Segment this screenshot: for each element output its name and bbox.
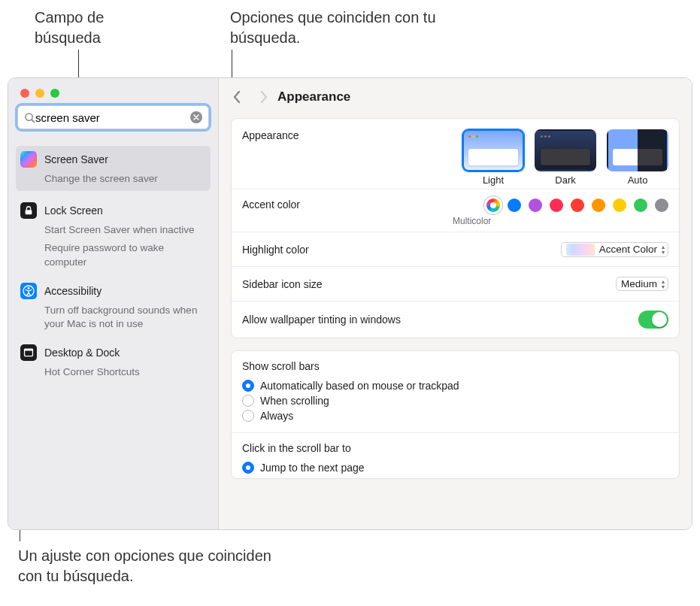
wallpaper-tinting-label: Allow wallpaper tinting in windows [242, 314, 401, 326]
zoom-window-button[interactable] [50, 89, 59, 98]
sidebar: Screen SaverChange the screen saverLock … [8, 78, 219, 529]
wallpaper-tinting-row: Allow wallpaper tinting in windows [232, 301, 679, 338]
minimize-window-button[interactable] [35, 89, 44, 98]
scrollbars-group: Show scroll bars Automatically based on … [232, 351, 679, 432]
accent-swatch[interactable] [634, 198, 647, 212]
search-result-title: Lock Screen [44, 205, 103, 217]
search-field-wrapper [8, 105, 218, 134]
radio-option[interactable]: When scrolling [242, 393, 668, 408]
radio-icon [242, 410, 254, 422]
appearance-options: LightDarkAuto [462, 129, 668, 186]
accent-swatches [486, 198, 668, 212]
search-result-sub[interactable]: Turn off background sounds when your Mac… [16, 301, 211, 333]
accent-swatch[interactable] [571, 198, 584, 212]
appearance-section: Appearance LightDarkAuto Accent color Mu… [231, 118, 680, 338]
search-result-sub[interactable]: Hot Corner Shortcuts [16, 363, 211, 381]
search-result-group: Screen SaverChange the screen saver [16, 146, 211, 191]
search-result-title: Screen Saver [44, 153, 108, 165]
click-scroll-title: Click in the scroll bar to [242, 442, 668, 454]
appearance-row: Appearance LightDarkAuto [232, 119, 679, 189]
sidebar-icon-size-popup[interactable]: Medium ▴▾ [616, 277, 668, 291]
callout-matches: Opciones que coinciden con tu búsqueda. [230, 8, 471, 48]
search-input[interactable] [35, 111, 190, 124]
search-field[interactable] [17, 105, 209, 129]
appearance-option-light[interactable]: Light [462, 129, 524, 186]
svg-line-1 [32, 120, 34, 122]
accessibility-icon [20, 283, 37, 299]
accent-swatch[interactable] [592, 198, 605, 212]
accent-swatch[interactable] [613, 198, 626, 212]
accent-caption: Multicolor [453, 216, 491, 226]
window-controls [8, 78, 218, 105]
search-result-heading[interactable]: Accessibility [16, 280, 211, 301]
sidebar-icon-size-value: Medium [621, 278, 657, 289]
appearance-option-label: Auto [628, 174, 648, 186]
search-result-title: Accessibility [44, 285, 102, 297]
search-result-sub[interactable]: Start Screen Saver when inactive [16, 221, 211, 239]
radio-icon [242, 380, 254, 392]
accent-swatch[interactable] [529, 198, 542, 212]
search-icon [24, 112, 35, 123]
appearance-thumb-auto [607, 129, 668, 171]
scrollbars-title: Show scroll bars [242, 360, 668, 372]
appearance-label: Appearance [242, 129, 299, 141]
search-results: Screen SaverChange the screen saverLock … [8, 134, 218, 385]
search-result-heading[interactable]: Screen Saver [16, 149, 211, 170]
radio-option[interactable]: Automatically based on mouse or trackpad [242, 378, 668, 393]
search-result-sub[interactable]: Require password to wake computer [16, 239, 211, 271]
search-result-title: Desktop & Dock [44, 347, 120, 359]
svg-rect-6 [25, 351, 32, 356]
main-header: Appearance [219, 78, 692, 112]
search-result-heading[interactable]: Desktop & Dock [16, 342, 211, 363]
appearance-thumb-dark [535, 129, 596, 171]
radio-label: Always [260, 410, 293, 422]
scroll-section: Show scroll bars Automatically based on … [231, 350, 680, 479]
radio-label: Jump to the next page [260, 462, 365, 474]
search-result-sub[interactable]: Change the screen saver [16, 170, 211, 188]
accent-swatch[interactable] [655, 198, 668, 212]
svg-rect-2 [26, 210, 32, 214]
callout-search-field: Campo de búsqueda [35, 8, 170, 48]
appearance-option-dark[interactable]: Dark [535, 129, 596, 186]
radio-option[interactable]: Always [242, 408, 668, 423]
clear-search-button[interactable] [190, 111, 202, 123]
radio-option[interactable]: Jump to the next page [242, 460, 668, 475]
forward-button[interactable] [259, 90, 268, 104]
svg-point-4 [28, 287, 30, 289]
highlight-swatch-icon [566, 244, 595, 256]
appearance-thumb-light [462, 129, 524, 171]
radio-label: Automatically based on mouse or trackpad [260, 380, 459, 392]
search-result-group: Desktop & DockHot Corner Shortcuts [16, 342, 211, 381]
click-scroll-options: Jump to the next page [242, 460, 668, 475]
page-title: Appearance [277, 89, 350, 105]
wallpaper-tinting-toggle[interactable] [638, 311, 668, 329]
sidebar-icon-size-label: Sidebar icon size [242, 278, 323, 290]
accent-swatch[interactable] [508, 198, 521, 212]
search-result-group: Lock ScreenStart Screen Saver when inact… [16, 200, 211, 271]
close-window-button[interactable] [20, 89, 29, 98]
highlight-color-row: Highlight color Accent Color ▴▾ [232, 232, 679, 266]
main-panel: Appearance Appearance LightDarkAuto Acce… [219, 78, 692, 529]
accent-color-label: Accent color [242, 198, 300, 211]
accent-swatch[interactable] [550, 198, 563, 212]
system-settings-window: Screen SaverChange the screen saverLock … [8, 77, 692, 530]
highlight-color-value: Accent Color [599, 244, 657, 255]
highlight-color-popup[interactable]: Accent Color ▴▾ [561, 242, 668, 257]
appearance-option-auto[interactable]: Auto [607, 129, 668, 186]
sidebar-icon-size-row: Sidebar icon size Medium ▴▾ [232, 266, 679, 301]
radio-icon [242, 395, 254, 407]
radio-label: When scrolling [260, 395, 329, 407]
highlight-color-label: Highlight color [242, 244, 309, 256]
click-scroll-group: Click in the scroll bar to Jump to the n… [232, 432, 679, 478]
accent-color-row: Accent color Multicolor [232, 189, 679, 232]
accent-swatch[interactable] [486, 198, 500, 212]
chevron-updown-icon: ▴▾ [662, 244, 665, 255]
screensaver-icon [20, 151, 37, 168]
search-result-heading[interactable]: Lock Screen [16, 200, 211, 221]
radio-icon [242, 462, 254, 474]
back-button[interactable] [232, 90, 241, 104]
nav-buttons [232, 90, 268, 104]
appearance-option-label: Light [483, 174, 504, 186]
scrollbars-options: Automatically based on mouse or trackpad… [242, 378, 668, 423]
lock-icon [20, 202, 37, 219]
